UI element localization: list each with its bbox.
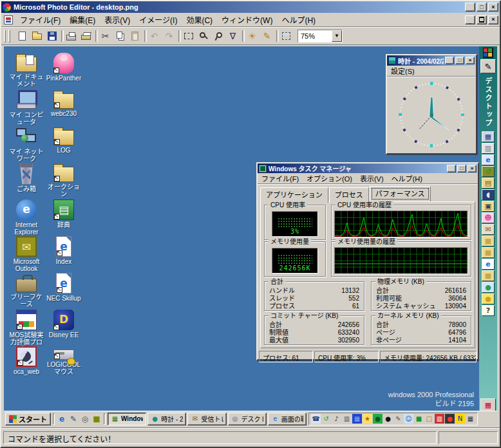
office-app-icon[interactable]: ▦ [480,398,496,411]
start-button[interactable]: スタート [5,413,51,425]
scan-button[interactable] [79,29,93,43]
globe-icon[interactable]: ● [482,282,495,293]
task-manager-window[interactable]: Windows タスク マネージャ _ □ × ファイル(F)オプション(O)表… [256,162,479,360]
icon-my-documents[interactable]: マイ ドキュメント [8,53,45,89]
taskmgr-maximize-button[interactable]: □ [457,165,466,173]
satellite-icon[interactable]: ◖ [482,189,495,200]
menu-item[interactable]: 効果(C) [182,12,217,27]
maximize-button[interactable]: □ [477,3,487,12]
brightness-button[interactable]: ☀ [245,29,260,43]
icon-logicool-mouse[interactable]: LOGICOOLマウス [45,346,82,383]
menu-item[interactable]: ウィンドウ(W) [217,12,277,27]
clock-maximize-button[interactable]: □ [455,57,464,64]
clock-window[interactable]: 時計 - 2004/02/20 _ □ × 設定(S) [386,54,477,154]
new-button[interactable] [15,29,30,43]
toolbar-grip[interactable] [8,30,10,42]
ie-document-icon[interactable]: e [482,259,495,270]
recycle-bin-icon[interactable]: ▥ [482,143,495,154]
recycle-tray-icon[interactable]: ↺ [321,414,331,424]
zoom-button[interactable] [196,29,211,43]
icon-jiten[interactable]: ▤ 辞典 [45,200,82,236]
tv-folder-icon[interactable]: ▣ [482,201,495,212]
help-icon[interactable]: ? [482,305,495,316]
icon-disney-ee[interactable]: D Disney EE [45,310,82,346]
quick-show-desktop-icon[interactable]: ✎ [68,414,79,424]
print-button[interactable] [64,29,79,43]
task-taskmgr[interactable]: ▦ Window... [108,413,146,425]
paste-button[interactable] [128,29,142,43]
menu-item[interactable]: ヘルプ(H) [277,12,320,27]
display-grid-icon[interactable]: ▦ [352,414,362,424]
quick-search-icon[interactable]: ◎ [80,414,90,424]
clock-close-button[interactable]: × [466,57,475,64]
volume-icon[interactable]: ♪ [332,414,341,424]
icon-pinkpanther[interactable]: PinkPanther [45,53,82,89]
cut-button[interactable]: ✂ [98,29,113,43]
taskmgr-close-button[interactable]: × [468,165,477,173]
undo-button[interactable]: ↶ [147,29,162,43]
save-button[interactable] [44,29,59,43]
menu-item[interactable]: イメージ(I) [135,12,182,27]
task-clock[interactable]: ● 時計 - 2.. [147,413,186,425]
notes-button[interactable]: ✎ [480,59,496,73]
icon-briefcase[interactable]: ブリーフケース [8,273,45,310]
window-tray-icon[interactable]: □ [424,414,434,424]
folder-icon[interactable]: ■ [482,236,495,247]
taskmgr-menu-item[interactable]: ファイル(F) [258,172,303,185]
green-square-icon[interactable]: ■ [414,414,424,424]
icon-microsoft-outlook[interactable]: ✉ Microsoft Outlook [8,236,45,273]
zoom-dropdown-button[interactable]: ▼ [332,30,342,42]
internet-explorer-icon[interactable]: e [482,154,495,165]
ball-icon[interactable]: ● [383,414,393,424]
open-button[interactable] [30,29,44,43]
menu-item[interactable]: 表示(V) [100,12,135,27]
copy-button[interactable] [113,29,128,43]
pcmcia-icon[interactable]: ▥ [342,414,352,424]
icon-internet-explorer[interactable]: e Internet Explorer [8,200,45,236]
mail-icon[interactable]: ✉ [482,224,495,235]
icon-mos-program[interactable]: MOS試験実力評価プログラム [8,310,45,346]
modem-icon[interactable]: ☎ [311,414,321,424]
task-desktop[interactable]: ◎ デスクトップ.. [228,413,267,425]
sharpen-button[interactable]: ∇ [225,29,240,43]
taskmgr-menu-item[interactable]: ヘルプ(H) [388,172,426,185]
ups-icon[interactable]: ★ [363,414,372,424]
icon-log[interactable]: LOG [45,126,82,163]
minimize-button[interactable]: _ [465,3,475,12]
balloon-button[interactable] [211,29,225,43]
icon-oca-web[interactable]: oca_web [8,346,45,383]
image-canvas[interactable]: マイ ドキュメント PinkPanther マイ コンピュータ [1,45,500,427]
toolbar-grip[interactable] [4,30,6,42]
pencil-button[interactable]: ✎ [260,29,274,43]
task-inbox[interactable]: ✉ 受信トレイ.. [187,413,226,425]
close-button[interactable]: × [488,3,498,12]
menu-item[interactable]: ファイル(F) [15,12,65,27]
recycle-icon[interactable]: ↺ [482,166,495,177]
traffic-light-icon[interactable]: ● [445,414,455,424]
quick-ie-icon[interactable]: e [57,414,67,424]
redo-button[interactable]: ↷ [162,29,176,43]
icon-auction[interactable]: オークション [45,163,82,200]
zoom-combobox[interactable]: 75% ▼ [298,30,343,42]
clock-ball-icon[interactable]: ● [482,294,495,304]
task-capture[interactable]: e 画面の取... [268,413,307,425]
web-folder-icon[interactable]: ▤ [482,178,495,189]
pinkpanther-icon[interactable]: ☻ [482,212,495,223]
mdi-close-button[interactable]: × [488,15,498,24]
icon-index[interactable]: e Index [45,236,82,273]
taskmgr-menu-item[interactable]: オプション(O) [303,172,356,185]
pen-tray-icon[interactable]: ✎ [393,414,403,424]
quick-channels-icon[interactable]: ■ [91,414,102,424]
clock-minimize-button[interactable]: _ [445,57,454,64]
icon-recycle-bin[interactable]: ごみ箱 [8,163,45,200]
icon-webc230[interactable]: webc230 [45,89,82,126]
taskmgr-minimize-button[interactable]: _ [447,165,456,173]
taskmgr-menu-item[interactable]: 表示(V) [356,172,388,185]
folder-icon-2[interactable]: ■ [482,247,495,258]
icon-my-computer[interactable]: マイ コンピュータ [8,89,45,126]
icon-my-network[interactable]: マイ ネットワーク [8,126,45,163]
mdi-document-icon[interactable] [4,15,13,24]
user-icon[interactable]: ☺ [404,414,413,424]
globe-tray-icon[interactable]: ● [373,414,383,424]
title-bar[interactable]: Microsoft Photo Editor - desktop.png _ □… [1,1,500,13]
